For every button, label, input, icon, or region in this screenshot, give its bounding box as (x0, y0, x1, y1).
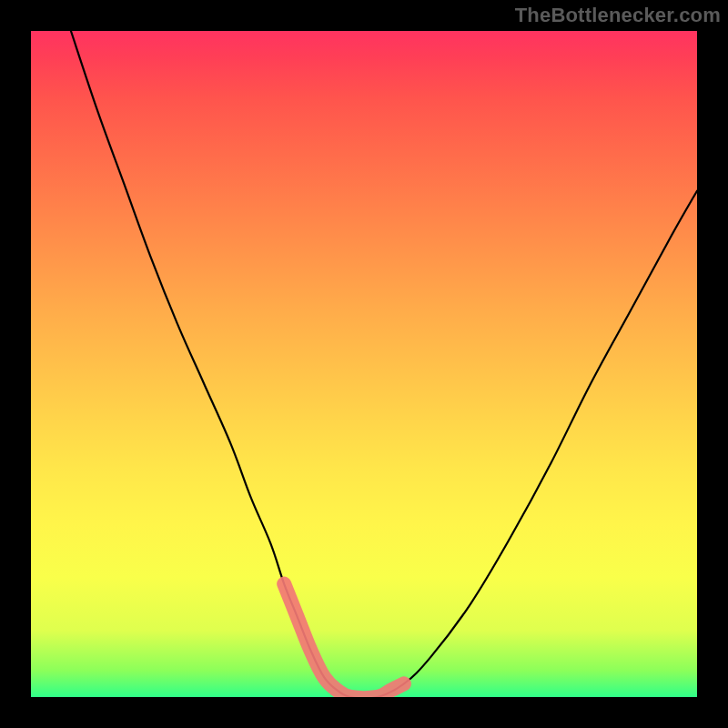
attribution-watermark: TheBottlenecker.com (515, 4, 721, 27)
optimal-range-highlight (284, 584, 404, 697)
bottleneck-curve (71, 31, 697, 697)
chart-frame: TheBottlenecker.com (0, 0, 728, 728)
curve-layer (31, 31, 697, 697)
plot-area (31, 31, 697, 697)
